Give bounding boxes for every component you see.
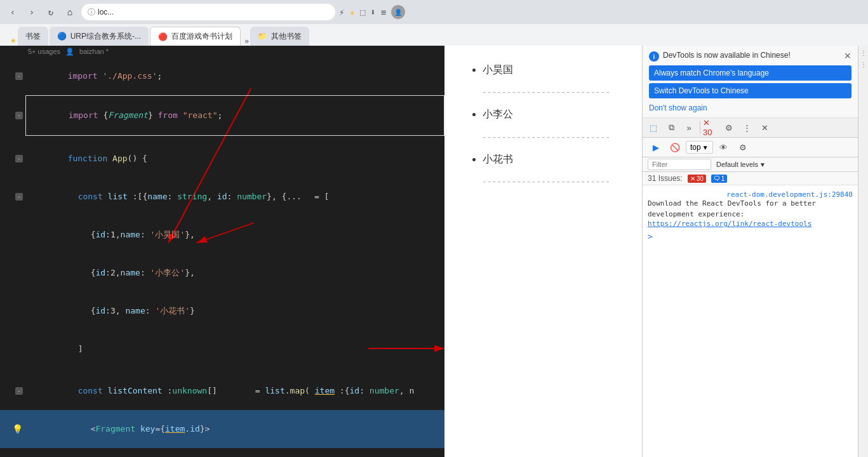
devtools-console[interactable]: react-dom.development.js:29840 Download … bbox=[643, 185, 858, 457]
gutter-listcontent: - bbox=[0, 387, 25, 395]
tab-baidu-label: 百度游戏奇书计划 bbox=[171, 31, 232, 42]
screenshot-icon[interactable]: ⬚ bbox=[360, 7, 365, 17]
eye-button[interactable]: 👁 bbox=[716, 139, 732, 156]
error-x-icon: ✕ bbox=[690, 175, 695, 182]
bulb-icon[interactable]: 💡 bbox=[12, 423, 23, 435]
preview-item-1: 小昊国 bbox=[483, 58, 623, 81]
code-content-li-name: <li >{item.name}</li> bbox=[25, 448, 444, 457]
tab-baidu[interactable]: 🔴 百度游戏奇书计划 bbox=[150, 27, 241, 46]
code-line-listcontent: - const listContent :unknown[]= list.map… bbox=[0, 372, 444, 410]
bookmark-icon[interactable]: ★ bbox=[349, 7, 354, 17]
code-content-item1: {id:1,name: '小昊国'}, bbox=[25, 216, 444, 254]
preview-separator-2: - - - - - - - - - - - - - - - - - - - - … bbox=[483, 126, 623, 148]
console-source-link[interactable]: react-dom.development.js:29840 bbox=[648, 190, 853, 199]
more-tools-button[interactable]: » bbox=[681, 119, 697, 136]
code-line-function: - function App() { bbox=[0, 140, 444, 178]
error-count-badge[interactable]: ✕ 30 bbox=[688, 175, 706, 183]
tab-others-label: 其他书签 bbox=[271, 31, 302, 42]
usages-top-text: 5+ usages bbox=[28, 46, 60, 57]
fold-btn-list[interactable]: - bbox=[15, 193, 23, 201]
settings-button[interactable]: ⚙ bbox=[721, 119, 737, 136]
code-line-item1: {id:1,name: '小昊国'}, bbox=[0, 216, 444, 254]
tab-bookmarks-label: 书签 bbox=[25, 31, 41, 42]
code-content-fragment-key: <Fragment key={item.id}> bbox=[25, 410, 444, 448]
devtools-toolbar: ⬚ ⧉ » ✕ 30 ⚙ ⋮ ✕ bbox=[643, 118, 858, 138]
console-devtools-link[interactable]: https://reactjs.org/link/react-devtools bbox=[648, 220, 811, 228]
dont-show-again-link[interactable]: Don't show again bbox=[649, 103, 707, 112]
notification-text: DevTools is now available in Chinese! bbox=[663, 51, 840, 60]
tab-urp-label: URP综合教务系统-... bbox=[70, 31, 141, 42]
profile-icon[interactable]: 👤 bbox=[391, 5, 405, 19]
code-editor: 5+ usages 👤 baizhan * - import './App.cs… bbox=[0, 46, 444, 457]
author-top-text: baizhan * bbox=[79, 46, 109, 57]
preview-list: 小昊国 - - - - - - - - - - - - - - - - - - … bbox=[464, 58, 623, 192]
error-badge-toolbar[interactable]: ✕ 30 bbox=[703, 119, 719, 136]
browser-toolbar: ‹ › ↻ ⌂ ⓘ loc... ⚡ ★ ⬚ ⬇ ≡ 👤 bbox=[0, 0, 868, 24]
warning-count-number: 1 bbox=[721, 175, 725, 182]
issues-count-label: 31 Issues: bbox=[648, 174, 683, 183]
error-count-number: 30 bbox=[697, 175, 704, 182]
elements-panel-button[interactable]: ⬚ bbox=[645, 119, 662, 136]
switch-to-chinese-button[interactable]: Switch DevTools to Chinese bbox=[649, 83, 851, 98]
author-icon-top: 👤 bbox=[65, 46, 74, 57]
code-line-2: - import {Fragment} from "react"; bbox=[0, 95, 444, 136]
tab-urp-favicon: 🔵 bbox=[57, 32, 67, 41]
code-content-listcontent: const listContent :unknown[]= list.map( … bbox=[25, 372, 444, 410]
reload-button[interactable]: ↻ bbox=[43, 4, 58, 20]
console-expand-button[interactable]: > bbox=[648, 232, 853, 241]
back-button[interactable]: ‹ bbox=[5, 4, 20, 20]
preview-item-3: 小花书 bbox=[483, 148, 623, 170]
info-icon: i bbox=[649, 51, 659, 62]
menu-icon[interactable]: ≡ bbox=[381, 7, 386, 17]
notification-header: i DevTools is now available in Chinese! … bbox=[649, 51, 851, 62]
tab-others-folder-icon: 📁 bbox=[258, 32, 267, 41]
warning-count-badge[interactable]: 🗨 1 bbox=[711, 175, 728, 183]
context-dropdown[interactable]: top ▼ bbox=[686, 141, 713, 154]
levels-dropdown[interactable]: Default levels ▼ bbox=[716, 161, 766, 168]
code-line-1: - import './App.css'; bbox=[0, 57, 444, 95]
notification-close-button[interactable]: ✕ bbox=[844, 51, 851, 61]
gutter-fragment-key: 💡 bbox=[0, 423, 25, 435]
filter-input[interactable] bbox=[648, 159, 711, 170]
code-content-list: const list :[{name: string, id: number},… bbox=[25, 178, 444, 216]
tab-urp[interactable]: 🔵 URP综合教务系统-... bbox=[50, 27, 149, 46]
devtools-edge: ⋮ ⋮ bbox=[858, 46, 868, 457]
usage-hint-top: 5+ usages 👤 baizhan * bbox=[0, 46, 444, 57]
more-options-button[interactable]: ⋮ bbox=[738, 119, 755, 136]
fold-btn-1[interactable]: - bbox=[15, 72, 23, 80]
fold-btn-func[interactable]: - bbox=[15, 155, 23, 162]
play-button[interactable]: ▶ bbox=[648, 139, 664, 156]
close-devtools-button[interactable]: ✕ bbox=[756, 119, 773, 136]
levels-chevron-icon: ▼ bbox=[759, 161, 766, 168]
toolbar-separator bbox=[700, 121, 700, 134]
stop-button[interactable]: 🚫 bbox=[667, 139, 683, 156]
bookmarks-star[interactable]: ★ bbox=[10, 34, 17, 46]
tab-others[interactable]: 📁 其他书签 bbox=[250, 27, 309, 46]
code-line-item2: {id:2,name: '小李公'}, bbox=[0, 254, 444, 292]
extensions-icon[interactable]: ⚡ bbox=[339, 7, 344, 17]
secondary-settings-button[interactable]: ⚙ bbox=[735, 139, 751, 156]
code-content-item3: {id:3, name: '小花书'} bbox=[25, 292, 444, 330]
forward-button[interactable]: › bbox=[24, 4, 39, 20]
fold-btn-listcontent[interactable]: - bbox=[15, 387, 23, 395]
fold-btn-2[interactable]: - bbox=[15, 112, 23, 119]
edge-btn-1[interactable]: ⋮ bbox=[859, 48, 868, 57]
console-message-text: Download the React DevTools for a better… bbox=[648, 199, 816, 218]
edge-btn-2[interactable]: ⋮ bbox=[859, 60, 868, 69]
copy-button[interactable]: ⧉ bbox=[663, 119, 679, 136]
code-line-close-arr: ] bbox=[0, 330, 444, 368]
always-match-language-button[interactable]: Always match Chrome's language bbox=[649, 65, 851, 81]
gutter-1: - bbox=[0, 72, 25, 80]
devtools-notification: i DevTools is now available in Chinese! … bbox=[643, 46, 858, 118]
home-button[interactable]: ⌂ bbox=[62, 4, 77, 20]
tab-more-button[interactable]: » bbox=[244, 37, 249, 46]
preview-panel: 小昊国 - - - - - - - - - - - - - - - - - - … bbox=[444, 46, 642, 457]
warning-icon: 🗨 bbox=[714, 175, 720, 182]
preview-item-2: 小李公 bbox=[483, 103, 623, 125]
download-icon[interactable]: ⬇ bbox=[370, 7, 375, 17]
tab-bookmarks[interactable]: 书签 bbox=[18, 27, 48, 46]
chevron-down-icon: ▼ bbox=[702, 144, 709, 151]
preview-separator-1: - - - - - - - - - - - - - - - - - - - - … bbox=[483, 81, 623, 103]
code-content-item2: {id:2,name: '小李公'}, bbox=[25, 254, 444, 292]
address-bar[interactable]: ⓘ loc... bbox=[81, 4, 335, 20]
